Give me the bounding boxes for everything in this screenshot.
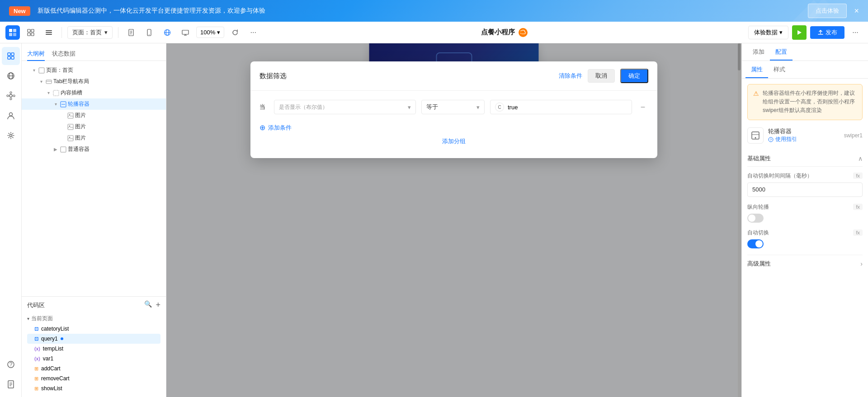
cloud-sync-icon xyxy=(519,28,528,37)
new-page-button[interactable] xyxy=(124,25,138,40)
mobile-preview-button[interactable] xyxy=(142,25,156,40)
code-item-var1[interactable]: (x) var1 xyxy=(27,354,160,364)
code-item-removeCart[interactable]: ⊞ removeCart xyxy=(27,374,160,383)
component-name: 轮播容器 xyxy=(768,127,797,135)
code-item-tempList[interactable]: (x) tempList xyxy=(27,344,160,354)
svg-rect-9 xyxy=(46,32,52,33)
experience-data-button[interactable]: 体验数据 ▾ xyxy=(748,26,788,39)
svg-point-35 xyxy=(13,95,15,97)
zoom-value: 100% xyxy=(200,29,215,36)
refresh-button[interactable] xyxy=(228,25,242,40)
filter-modal: 数据筛选 清除条件 取消 确定 当 是否显示（布尔值） ▾ xyxy=(166,43,741,397)
zoom-chevron: ▾ xyxy=(217,29,220,36)
auto-switch-fx-button[interactable]: fx xyxy=(853,229,863,236)
basic-props-expand-icon[interactable]: ∧ xyxy=(858,155,863,162)
auto-switch-interval-input[interactable]: 5000 xyxy=(747,182,863,197)
sidebar-users-icon[interactable] xyxy=(2,107,20,125)
filter-cancel-button[interactable]: 取消 xyxy=(588,69,615,83)
more-toolbar-button[interactable]: ··· xyxy=(246,25,260,40)
code-item-query1[interactable]: ⊡ query1 xyxy=(27,334,160,344)
right-panel-tabs: 添加 配置 xyxy=(742,43,868,61)
search-icon[interactable]: 🔍 xyxy=(156,67,162,74)
svg-rect-1 xyxy=(13,29,16,32)
page-name-selector[interactable]: 页面：首页 ▾ xyxy=(67,26,113,39)
advanced-section[interactable]: 高级属性 › xyxy=(747,255,863,272)
vertical-fx-button[interactable]: fx xyxy=(853,204,863,210)
grid-view-button[interactable] xyxy=(24,25,38,40)
tree-item-container[interactable]: ▶ 普通容器 xyxy=(22,144,166,155)
add-condition-button[interactable]: ⊕ 添加条件 xyxy=(259,121,648,134)
network-button[interactable] xyxy=(160,25,175,40)
sidebar-docs-icon[interactable] xyxy=(2,375,20,393)
filter-value-c-label: C xyxy=(498,105,501,110)
main-layout: ? 大纲树 状态数据 ▾ 页面：首页 xyxy=(0,43,868,397)
tab-state-data[interactable]: 状态数据 xyxy=(52,47,75,61)
tree-item-page[interactable]: ▾ 页面：首页 ⚙ 🔍 xyxy=(22,65,166,76)
more-actions-button[interactable]: ··· xyxy=(848,25,863,40)
code-group-arrow: ▾ xyxy=(27,316,29,321)
app-logo xyxy=(5,25,20,40)
tree-item-image3[interactable]: 图片 xyxy=(22,132,166,144)
code-group-current-page[interactable]: ▾ 当前页面 xyxy=(27,313,160,324)
filter-clear-button[interactable]: 清除条件 xyxy=(559,72,582,80)
auto-switch-toggle[interactable] xyxy=(747,239,764,248)
code-item-showList[interactable]: ⊞ showList xyxy=(27,383,160,393)
settings-icon[interactable]: ⚙ xyxy=(149,67,154,74)
tree-arrow-image3 xyxy=(60,135,66,141)
subtab-style[interactable]: 样式 xyxy=(768,61,791,78)
component-meta: 轮播容器 ? 使用指引 xyxy=(768,127,797,143)
sidebar-help-icon[interactable]: ? xyxy=(2,355,20,374)
slot-icon xyxy=(52,89,60,97)
filter-value-c-badge: C xyxy=(495,103,504,112)
filter-operator-select[interactable]: 等于 ▾ xyxy=(421,100,485,114)
tree-item-swiper[interactable]: ▾ 轮播容器 xyxy=(22,98,166,110)
tree-item-tabnav[interactable]: ▾ Tab栏导航布局 xyxy=(22,76,166,87)
sidebar-outline-icon[interactable] xyxy=(2,47,20,65)
component-id: swiper1 xyxy=(844,132,863,139)
auto-switch-interval-fx-button[interactable]: fx xyxy=(853,173,863,179)
publish-button[interactable]: 发布 xyxy=(810,26,844,39)
filter-field-select[interactable]: 是否显示（布尔值） ▾ xyxy=(274,100,416,114)
svg-rect-47 xyxy=(53,90,59,96)
zoom-control[interactable]: 100% ▾ xyxy=(196,27,224,38)
desktop-preview-button[interactable] xyxy=(178,25,193,40)
var-icon2: (x) xyxy=(34,356,40,361)
component-info: 轮播容器 ? 使用指引 swiper1 xyxy=(747,127,863,144)
image-icon2 xyxy=(67,123,74,131)
code-item-catetoryList[interactable]: ⊡ catetoryList xyxy=(27,324,160,334)
tab-config[interactable]: 配置 xyxy=(770,43,793,61)
basic-props-section-header: 基础属性 ∧ xyxy=(747,151,863,167)
svg-marker-23 xyxy=(797,30,802,35)
subtab-props[interactable]: 属性 xyxy=(745,61,768,78)
tree-label-slot: 内容插槽 xyxy=(61,89,162,97)
filter-value-text: true xyxy=(508,104,518,111)
use-guide-link[interactable]: ? 使用指引 xyxy=(768,135,797,143)
code-item-addCart[interactable]: ⊞ addCart xyxy=(27,364,160,374)
tab-add[interactable]: 添加 xyxy=(747,43,770,61)
filter-operator-label: 等于 xyxy=(426,103,438,111)
add-group-button[interactable]: 添加分组 xyxy=(259,134,648,149)
filter-value-input[interactable]: C true xyxy=(490,100,632,114)
svg-rect-8 xyxy=(46,30,52,31)
svg-rect-45 xyxy=(46,80,52,84)
tree-item-image2[interactable]: 图片 xyxy=(22,121,166,132)
tree-label-image2: 图片 xyxy=(75,123,162,131)
run-button[interactable] xyxy=(792,25,807,40)
filter-title: 数据筛选 xyxy=(259,72,287,80)
tab-outline[interactable]: 大纲树 xyxy=(27,47,45,61)
filter-confirm-button[interactable]: 确定 xyxy=(620,69,648,83)
prop-vertical-carousel: 纵向轮播 fx xyxy=(747,203,863,223)
code-add-icon[interactable]: + xyxy=(156,300,160,310)
tree-label-container: 普通容器 xyxy=(68,145,162,153)
sidebar-data-icon[interactable] xyxy=(2,67,20,85)
sidebar-components-icon[interactable] xyxy=(2,87,20,105)
sidebar-settings-icon[interactable] xyxy=(2,126,20,145)
filter-condition-label: 当 xyxy=(259,103,269,111)
announcement-close-button[interactable]: × xyxy=(854,6,859,16)
filter-remove-button[interactable]: − xyxy=(637,102,648,112)
vertical-carousel-toggle[interactable] xyxy=(747,214,764,223)
tree-item-slot[interactable]: ▾ 内容插槽 xyxy=(22,87,166,98)
list-view-button[interactable] xyxy=(42,25,56,40)
tree-item-image1[interactable]: 图片 xyxy=(22,110,166,121)
code-search-icon[interactable]: 🔍 xyxy=(144,300,152,310)
